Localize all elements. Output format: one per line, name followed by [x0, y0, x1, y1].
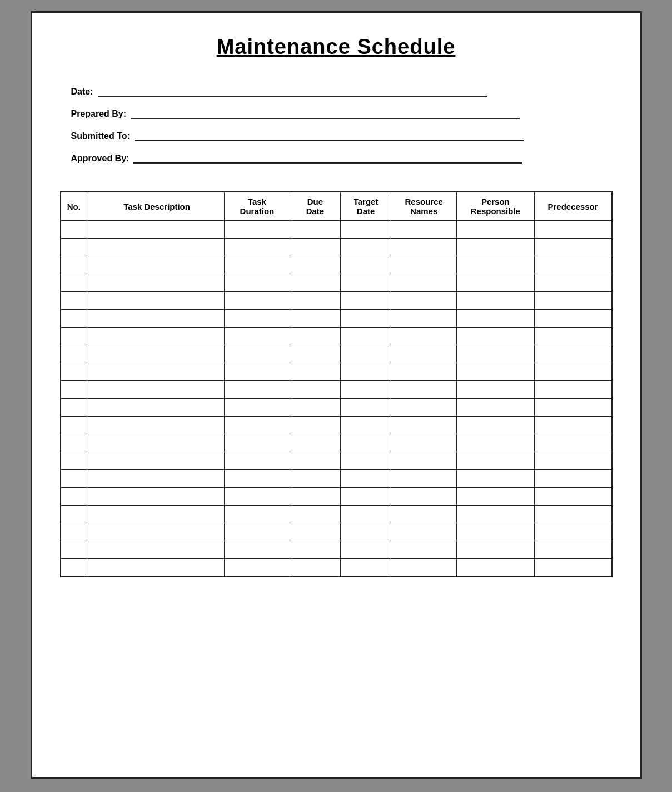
cell-no: [61, 239, 87, 256]
date-label: Date:: [71, 87, 93, 97]
cell-person-responsible: [457, 256, 534, 274]
cell-person-responsible: [457, 417, 534, 434]
cell-resource-names: [391, 381, 457, 399]
cell-no: [61, 363, 87, 381]
cell-no: [61, 417, 87, 434]
cell-target-date: [341, 328, 391, 345]
cell-target-date: [341, 399, 391, 417]
cell-task-duration: [224, 434, 290, 452]
cell-resource-names: [391, 328, 457, 345]
cell-task-description: [87, 434, 225, 452]
cell-person-responsible: [457, 328, 534, 345]
cell-due-date: [290, 274, 340, 292]
cell-due-date: [290, 345, 340, 363]
cell-task-description: [87, 541, 225, 559]
table-row: [61, 417, 612, 434]
cell-task-description: [87, 221, 225, 239]
col-header-task-duration: TaskDuration: [224, 192, 290, 221]
cell-due-date: [290, 541, 340, 559]
col-header-target-date: TargetDate: [341, 192, 391, 221]
table-section: No. Task Description TaskDuration DueDat…: [60, 191, 613, 577]
cell-resource-names: [391, 434, 457, 452]
cell-person-responsible: [457, 274, 534, 292]
cell-person-responsible: [457, 523, 534, 541]
cell-person-responsible: [457, 363, 534, 381]
table-row: [61, 345, 612, 363]
cell-predecessor: [534, 452, 611, 470]
cell-no: [61, 452, 87, 470]
cell-task-duration: [224, 274, 290, 292]
cell-task-duration: [224, 541, 290, 559]
cell-resource-names: [391, 523, 457, 541]
submitted-to-line: [135, 139, 524, 141]
cell-resource-names: [391, 256, 457, 274]
table-row: [61, 221, 612, 239]
cell-task-duration: [224, 221, 290, 239]
table-row: [61, 363, 612, 381]
cell-task-duration: [224, 345, 290, 363]
cell-predecessor: [534, 310, 611, 328]
cell-predecessor: [534, 399, 611, 417]
cell-no: [61, 434, 87, 452]
cell-predecessor: [534, 345, 611, 363]
cell-target-date: [341, 434, 391, 452]
cell-no: [61, 256, 87, 274]
cell-resource-names: [391, 399, 457, 417]
cell-no: [61, 541, 87, 559]
table-row: [61, 292, 612, 310]
cell-due-date: [290, 559, 340, 577]
col-header-predecessor: Predecessor: [534, 192, 611, 221]
cell-resource-names: [391, 506, 457, 523]
cell-person-responsible: [457, 310, 534, 328]
cell-task-duration: [224, 506, 290, 523]
cell-task-description: [87, 559, 225, 577]
cell-task-description: [87, 256, 225, 274]
cell-no: [61, 381, 87, 399]
cell-due-date: [290, 256, 340, 274]
cell-no: [61, 274, 87, 292]
cell-task-duration: [224, 452, 290, 470]
cell-person-responsible: [457, 470, 534, 488]
cell-no: [61, 399, 87, 417]
table-row: [61, 523, 612, 541]
cell-target-date: [341, 345, 391, 363]
cell-no: [61, 221, 87, 239]
cell-due-date: [290, 381, 340, 399]
cell-task-duration: [224, 559, 290, 577]
cell-due-date: [290, 488, 340, 506]
cell-target-date: [341, 470, 391, 488]
prepared-by-label: Prepared By:: [71, 109, 127, 119]
cell-due-date: [290, 470, 340, 488]
cell-task-description: [87, 488, 225, 506]
cell-resource-names: [391, 559, 457, 577]
cell-predecessor: [534, 417, 611, 434]
cell-predecessor: [534, 506, 611, 523]
cell-due-date: [290, 328, 340, 345]
form-section: Date: Prepared By: Submitted To: Approve…: [60, 87, 613, 164]
cell-due-date: [290, 417, 340, 434]
cell-target-date: [341, 274, 391, 292]
cell-task-description: [87, 292, 225, 310]
table-row: [61, 434, 612, 452]
cell-person-responsible: [457, 506, 534, 523]
cell-due-date: [290, 221, 340, 239]
cell-predecessor: [534, 488, 611, 506]
cell-person-responsible: [457, 345, 534, 363]
cell-resource-names: [391, 470, 457, 488]
prepared-by-line: [131, 117, 520, 119]
table-row: [61, 470, 612, 488]
table-row: [61, 256, 612, 274]
date-line: [98, 95, 487, 97]
cell-person-responsible: [457, 292, 534, 310]
cell-person-responsible: [457, 434, 534, 452]
cell-resource-names: [391, 452, 457, 470]
cell-resource-names: [391, 363, 457, 381]
cell-target-date: [341, 292, 391, 310]
cell-due-date: [290, 399, 340, 417]
cell-target-date: [341, 381, 391, 399]
cell-target-date: [341, 221, 391, 239]
cell-task-duration: [224, 363, 290, 381]
cell-target-date: [341, 541, 391, 559]
cell-person-responsible: [457, 541, 534, 559]
cell-no: [61, 506, 87, 523]
